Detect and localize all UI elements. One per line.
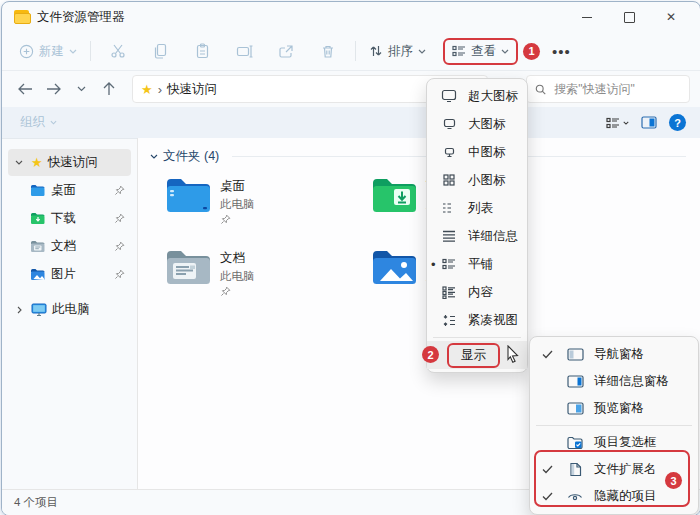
details-pane-icon: [566, 375, 584, 388]
search-icon: [535, 83, 546, 96]
pictures-folder-icon: [370, 247, 418, 287]
help-button[interactable]: ?: [669, 114, 686, 131]
chevron-down-icon: [77, 86, 86, 92]
pictures-folder-icon: [30, 268, 46, 281]
view-menu-item-medium-icons[interactable]: 中图标: [427, 138, 527, 166]
documents-folder-icon: [164, 247, 212, 287]
downloads-folder-icon: [370, 175, 418, 215]
view-menu-item-list[interactable]: 列表: [427, 194, 527, 222]
annotation-badge-2: 2: [422, 346, 439, 363]
search-input[interactable]: [552, 81, 681, 97]
recent-locations-button[interactable]: [68, 76, 94, 102]
view-menu-item-content[interactable]: 内容: [427, 278, 527, 306]
more-options-button[interactable]: •••: [552, 43, 571, 60]
view-menu-item-details[interactable]: 详细信息: [427, 222, 527, 250]
file-explorer-window: 文件资源管理器 ✕ 新建 排序 查看: [1, 1, 700, 515]
view-button[interactable]: 查看: [452, 43, 509, 60]
menu-separator: [536, 425, 692, 426]
sidebar-item-label: 桌面: [51, 182, 109, 199]
menu-item-label: 紧凑视图: [468, 312, 518, 329]
view-menu-item-extra-large-icons[interactable]: 超大图标: [427, 82, 527, 110]
share-button[interactable]: [273, 38, 299, 64]
pin-icon[interactable]: [114, 213, 125, 224]
sidebar-item-downloads[interactable]: 下载: [26, 205, 131, 232]
view-menu-item-large-icons[interactable]: 大图标: [427, 110, 527, 138]
arrow-left-icon: [18, 83, 33, 95]
tiles-view-icon: [606, 117, 620, 129]
view-menu-item-compact-view[interactable]: 紧凑视图: [427, 306, 527, 334]
breadcrumb-quick-access[interactable]: 快速访问: [167, 81, 217, 98]
folders-group-label: 文件夹 (4): [163, 148, 219, 165]
minimize-button[interactable]: [566, 3, 608, 31]
items-count: 4 个项目: [14, 495, 58, 510]
submenu-item-details-pane[interactable]: 详细信息窗格: [530, 368, 698, 395]
organize-row: 组织 ?: [2, 107, 700, 139]
folder-tile-documents[interactable]: 文档 此电脑: [164, 247, 362, 297]
search-box[interactable]: [526, 75, 690, 103]
layout-options-button[interactable]: [606, 117, 629, 129]
close-button[interactable]: ✕: [650, 3, 692, 31]
medium-icons-icon: [441, 147, 457, 158]
submenu-item-label: 隐藏的项目: [594, 488, 657, 505]
sidebar-item-documents[interactable]: 文档: [26, 233, 131, 260]
sidebar-item-label: 快速访问: [48, 154, 127, 171]
submenu-item-preview-pane[interactable]: 预览窗格: [530, 395, 698, 422]
extra-large-icons-icon: [441, 89, 457, 103]
organize-button[interactable]: 组织: [16, 112, 61, 133]
tile-location: 此电脑: [220, 197, 255, 212]
command-toolbar: 新建 排序 查看 1 •••: [2, 32, 700, 71]
plus-circle-icon: [19, 44, 34, 59]
paste-icon: [195, 43, 210, 59]
tiles-view-icon: [452, 45, 466, 57]
sort-button[interactable]: 排序: [362, 39, 433, 64]
new-button-label: 新建: [39, 43, 64, 60]
rename-button[interactable]: [231, 38, 257, 64]
toolbar-divider: [355, 41, 356, 61]
pin-icon[interactable]: [114, 241, 125, 252]
share-icon: [278, 44, 294, 59]
delete-button[interactable]: [315, 38, 341, 64]
sidebar-item-label: 图片: [51, 266, 109, 283]
copy-button[interactable]: [147, 38, 173, 64]
item-checkboxes-icon: [566, 436, 584, 450]
pin-icon[interactable]: [114, 185, 125, 196]
menu-item-label: 内容: [468, 284, 493, 301]
hidden-items-eye-icon: [566, 491, 584, 502]
large-icons-icon: [441, 118, 457, 130]
cut-button[interactable]: [105, 38, 131, 64]
sidebar-item-pictures[interactable]: 图片: [26, 261, 131, 288]
sidebar-item-label: 下载: [51, 210, 109, 227]
maximize-button[interactable]: [608, 3, 650, 31]
menu-item-label: 小图标: [468, 172, 506, 189]
collapse-chevron-icon[interactable]: [12, 160, 26, 165]
folders-group-header[interactable]: 文件夹 (4): [150, 148, 700, 165]
menu-item-label: 列表: [468, 200, 493, 217]
view-menu-item-show[interactable]: 2 显示: [427, 341, 527, 369]
paste-button[interactable]: [189, 38, 215, 64]
menu-item-label: 详细信息: [468, 228, 518, 245]
sidebar-item-label: 此电脑: [52, 301, 127, 318]
new-button[interactable]: 新建: [12, 39, 84, 64]
preview-pane-button[interactable]: [641, 116, 657, 129]
back-button[interactable]: [12, 76, 38, 102]
up-button[interactable]: [96, 76, 122, 102]
tile-name: 文档: [220, 250, 255, 267]
desktop-folder-icon: [30, 184, 46, 197]
submenu-item-label: 文件扩展名: [594, 461, 657, 478]
view-menu-item-tiles[interactable]: • 平铺: [427, 250, 527, 278]
breadcrumb-separator: ›: [158, 82, 162, 97]
scissors-icon: [110, 43, 126, 59]
check-icon: [538, 350, 556, 359]
submenu-item-item-checkboxes[interactable]: 项目复选框: [530, 429, 698, 456]
sidebar-item-quick-access[interactable]: ★ 快速访问: [8, 149, 131, 176]
check-icon: [538, 492, 556, 501]
pin-icon[interactable]: [114, 269, 125, 280]
submenu-item-navigation-pane[interactable]: 导航窗格: [530, 341, 698, 368]
forward-button[interactable]: [40, 76, 66, 102]
sidebar-item-this-pc[interactable]: 此电脑: [8, 296, 131, 323]
window-title: 文件资源管理器: [37, 9, 125, 26]
sidebar-item-desktop[interactable]: 桌面: [26, 177, 131, 204]
view-menu-item-small-icons[interactable]: 小图标: [427, 166, 527, 194]
folder-tile-desktop[interactable]: 桌面 此电脑: [164, 175, 362, 225]
expand-chevron-icon[interactable]: [12, 306, 26, 314]
